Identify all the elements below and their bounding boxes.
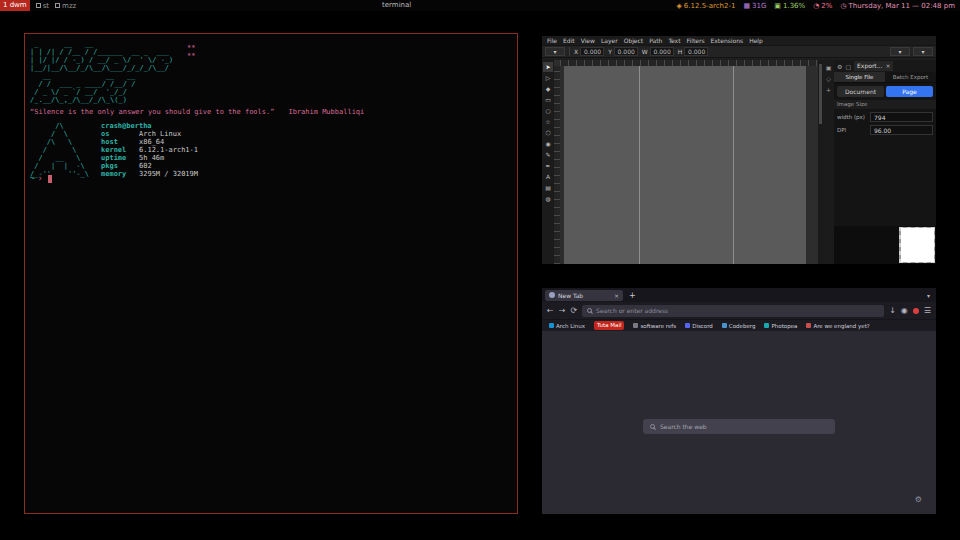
snap-node-icon[interactable]: + [826, 86, 831, 93]
menu-path[interactable]: Path [649, 37, 662, 44]
tab-new-tab[interactable]: New Tab × [545, 290, 623, 301]
bookmark-photopea[interactable]: Photopea [764, 323, 797, 329]
browser-window[interactable]: New Tab × + ▾ ← → ⟳ Search or enter addr… [542, 288, 936, 514]
dpi-field-row: DPI 96.00 [834, 122, 936, 135]
home-settings-gear-icon[interactable]: ⚙ [915, 495, 922, 504]
inkscape-window[interactable]: File Edit View Layer Object Path Text Fi… [542, 36, 936, 264]
search-icon [650, 424, 655, 429]
fetch-key: pkgs [101, 162, 139, 170]
h-field-label: H [678, 48, 683, 55]
width-input[interactable]: 794 [870, 112, 933, 122]
tab-batch-export[interactable]: Batch Export [885, 72, 936, 82]
account-icon[interactable]: ◉ [901, 306, 908, 315]
new-tab-button[interactable]: + [626, 291, 639, 300]
width-label: width (px) [837, 114, 867, 120]
cpu-segment: ▣ 1.36% [774, 2, 805, 10]
artboard[interactable] [564, 66, 806, 264]
pen-tool-icon[interactable]: ✒ [543, 161, 553, 171]
close-icon[interactable]: × [885, 61, 890, 71]
export-dialog-tab[interactable]: Export... × [854, 61, 893, 71]
pencil-tool-icon[interactable]: ✎ [543, 150, 553, 160]
bookmark-discord[interactable]: Discord [685, 323, 713, 329]
snap-bbox-icon[interactable]: ◇ [826, 75, 831, 82]
bookmark-tuta-mail[interactable]: Tuta Mail [594, 321, 624, 330]
back-icon[interactable]: ← [547, 306, 554, 315]
page-guide-line[interactable] [639, 66, 640, 264]
dialog-dock-icon[interactable]: ▢ [845, 63, 851, 70]
w-field-input[interactable]: 0.000 [650, 47, 674, 56]
menu-filters[interactable]: Filters [687, 37, 705, 44]
snap-controls-bar: ▣ ◇ + [823, 60, 834, 264]
web-search-box[interactable]: Search the web [643, 419, 835, 434]
bar-app-mzz[interactable]: mzz [55, 2, 76, 10]
menu-layer[interactable]: Layer [601, 37, 618, 44]
fetch-row-host: hostx86_64 [101, 138, 198, 146]
page-guide-line[interactable] [733, 66, 734, 264]
menu-view[interactable]: View [581, 37, 595, 44]
reload-icon[interactable]: ⟳ [570, 306, 577, 315]
scale-dropdown[interactable]: ▾ [913, 47, 933, 56]
shape-builder-tool-icon[interactable]: ◆ [543, 84, 553, 94]
node-tool-icon[interactable]: ▷ [543, 73, 553, 83]
export-panel: ⚙ ▢ Export... × Single File Batch Export… [834, 60, 936, 264]
canvas-scrollbar[interactable] [818, 60, 823, 264]
document-scope-button[interactable]: Document [837, 86, 884, 97]
y-field-label: Y [608, 48, 612, 55]
workspace-tag[interactable]: 1 dwm [0, 0, 30, 11]
app-icon [36, 3, 41, 8]
text-tool-icon[interactable]: A [543, 172, 553, 182]
selection-mode-dropdown[interactable]: ▾ [545, 47, 565, 56]
dialog-settings-icon[interactable]: ⚙ [837, 63, 842, 70]
forward-icon[interactable]: → [559, 306, 566, 315]
selector-tool-icon[interactable]: ➤ [543, 62, 553, 72]
spiral-tool-icon[interactable]: ◉ [543, 139, 553, 149]
page-scope-button[interactable]: Page [886, 86, 933, 97]
menu-icon[interactable]: ☰ [924, 306, 931, 315]
bookmark-are-we-england-yet[interactable]: Are we england yet? [806, 323, 869, 329]
box3d-tool-icon[interactable]: ⬡ [543, 128, 553, 138]
flag-icon [806, 323, 811, 328]
memory-icon: ▦ [743, 2, 750, 10]
menu-help[interactable]: Help [749, 37, 763, 44]
list-all-tabs-icon[interactable]: ▾ [927, 292, 933, 299]
extension-icon[interactable] [913, 308, 919, 314]
menu-text[interactable]: Text [668, 37, 680, 44]
y-field-input[interactable]: 0.000 [614, 47, 638, 56]
gradient-tool-icon[interactable]: ▤ [543, 183, 553, 193]
inkscape-canvas[interactable] [554, 60, 818, 264]
address-bar[interactable]: Search or enter address [582, 305, 884, 317]
menu-file[interactable]: File [547, 37, 557, 44]
bookmark-software-refs[interactable]: software refs [633, 323, 676, 329]
bar-app-st[interactable]: st [36, 2, 49, 10]
h-field-input[interactable]: 0.000 [684, 47, 708, 56]
y-field: Y 0.000 [608, 47, 638, 56]
ellipse-tool-icon[interactable]: ○ [543, 106, 553, 116]
x-field-input[interactable]: 0.000 [580, 47, 604, 56]
star-tool-icon[interactable]: ☆ [543, 117, 553, 127]
tab-close-icon[interactable]: × [614, 292, 619, 299]
export-tab-label: Export... [857, 61, 882, 71]
kernel-icon: ◈ [676, 2, 681, 10]
scrollbar-thumb[interactable] [819, 64, 822, 124]
fetch-row-pkgs: pkgs602 [101, 162, 198, 170]
dpi-input[interactable]: 96.00 [870, 125, 933, 135]
fetch-key: uptime [101, 154, 139, 162]
menu-object[interactable]: Object [624, 37, 644, 44]
menu-edit[interactable]: Edit [563, 37, 575, 44]
bookmark-codeberg[interactable]: Codeberg [722, 323, 756, 329]
bookmark-arch-linux[interactable]: Arch Linux [549, 323, 585, 329]
inkscape-toolbox: ➤ ▷ ◆ ▭ ○ ☆ ⬡ ◉ ✎ ✒ A ▤ ◍ [542, 60, 554, 264]
menu-extensions[interactable]: Extensions [711, 37, 744, 44]
clock-segment: ◷ Thursday, Mar 11 — 02:48 pm [840, 2, 955, 10]
terminal-window[interactable]: _ __ __ | | /| / /__ / /______ __ _ ___ … [24, 33, 518, 514]
downloads-icon[interactable]: ↓ [889, 306, 896, 315]
units-dropdown[interactable]: ▾ [890, 47, 910, 56]
rect-tool-icon[interactable]: ▭ [543, 95, 553, 105]
status-segments: ◈ 6.12.5-arch2-1 ▦ 31G ▣ 1.36% ◔ 2% ◷ Th… [676, 2, 960, 10]
export-mode-tabs: Single File Batch Export [834, 72, 936, 83]
tab-single-file[interactable]: Single File [834, 72, 885, 82]
shell-prompt[interactable]: ~ › [30, 174, 52, 183]
dropper-tool-icon[interactable]: ◍ [543, 194, 553, 204]
snap-icon[interactable]: ▣ [826, 64, 832, 71]
browser-content: Search the web ⚙ [542, 331, 936, 514]
